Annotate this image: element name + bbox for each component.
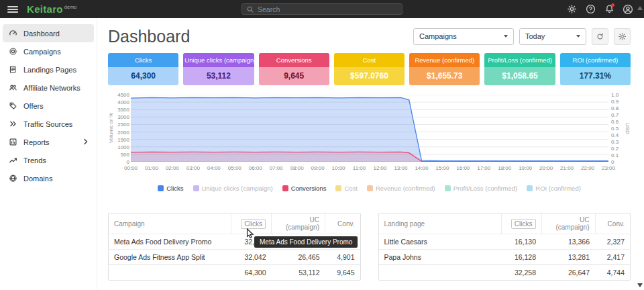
- menu-icon[interactable]: [7, 5, 18, 14]
- x-tick-label: 06:00: [249, 165, 262, 171]
- sidebar-item-campaigns[interactable]: Campaigns: [3, 42, 94, 60]
- x-tick-label: 19:00: [519, 165, 532, 171]
- scrollbar-down-arrow[interactable]: [637, 283, 643, 287]
- table-row[interactable]: Google Ads Fitness App Split32,04226,465…: [109, 250, 360, 265]
- y-tick-label: 500: [121, 151, 129, 157]
- sidebar-item-label: Dashboard: [23, 30, 60, 38]
- y-tick-label: 0.2: [611, 146, 619, 152]
- metric-card-revenue[interactable]: Revenue (confirmed)$1,655.73: [409, 53, 480, 85]
- sort-indicator[interactable]: Clicks: [511, 219, 536, 229]
- date-range-select[interactable]: Today: [519, 28, 586, 45]
- sidebar-item-label: Offers: [23, 102, 44, 110]
- metric-value: $1,655.73: [409, 67, 480, 85]
- column-header-landing-page[interactable]: Landing page: [379, 213, 502, 234]
- legend-label: Unique clicks (campaign): [202, 185, 273, 192]
- chevron-down-icon: [576, 35, 580, 38]
- metric-card-unique-clicks[interactable]: Unique clicks (campaign)53,112: [183, 53, 254, 85]
- cell-value: 16,130: [501, 234, 541, 250]
- legend-item-profit-loss-confirmed[interactable]: Profit/Loss (confirmed): [445, 185, 518, 192]
- summary-tables: CampaignClicksUC (campaign)Conv.Meta Ads…: [98, 199, 644, 281]
- cell-value: 13,366: [541, 234, 595, 250]
- globe-icon: [9, 174, 17, 183]
- column-header-clicks[interactable]: Clicks: [501, 213, 541, 234]
- totals-row: 32,25826,6474,744: [379, 265, 631, 281]
- sidebar-item-affiliate-networks[interactable]: Affiliate Networks: [3, 79, 94, 97]
- column-header-conv[interactable]: Conv.: [325, 213, 360, 234]
- column-header-campaign[interactable]: Campaign: [109, 213, 231, 234]
- metric-value: 177.31%: [560, 67, 631, 85]
- legend-label: Profit/Loss (confirmed): [453, 185, 518, 192]
- search-input[interactable]: [258, 5, 398, 13]
- column-header-uc-campaign[interactable]: UC (campaign): [541, 213, 595, 234]
- column-header-clicks[interactable]: Clicks: [231, 213, 272, 234]
- gear-icon[interactable]: [566, 4, 577, 15]
- sidebar-item-label: Campaigns: [23, 48, 61, 56]
- metric-card-clicks[interactable]: Clicks64,300: [108, 53, 178, 85]
- legend-item-revenue-confirmed[interactable]: Revenue (confirmed): [367, 185, 435, 192]
- column-header-uc-campaign[interactable]: UC (campaign): [272, 213, 325, 234]
- sidebar-item-traffic-sources[interactable]: Traffic Sources: [3, 115, 94, 133]
- page-title: Dashboard: [108, 27, 190, 46]
- totals-cell: 4,744: [595, 265, 630, 281]
- metric-label: Cost: [334, 53, 405, 67]
- avatar-icon[interactable]: [623, 4, 633, 15]
- table-row[interactable]: Little Caesars16,13013,3662,327: [379, 234, 631, 250]
- x-tick-label: 13:00: [394, 165, 407, 171]
- sidebar-item-landings-pages[interactable]: Landings Pages: [3, 60, 94, 79]
- tag-icon: [9, 101, 17, 110]
- sidebar-item-label: Traffic Sources: [23, 120, 72, 128]
- scrollbar-up-arrow[interactable]: [637, 6, 643, 10]
- table-row[interactable]: Papa Johns16,12813,2812,417: [379, 250, 631, 265]
- y-axis-left: 050010001500200025003000350040004500: [113, 95, 129, 162]
- metric-value: $1,058.65: [484, 67, 555, 85]
- metric-card-roi[interactable]: ROI (confirmed)177.31%: [560, 53, 631, 85]
- x-tick-label: 20:00: [539, 165, 553, 171]
- row-tooltip: Meta Ads Food Delivery Promo: [254, 236, 358, 248]
- x-tick-label: 04:00: [207, 165, 221, 171]
- notification-dot: [611, 3, 614, 7]
- totals-cell: [379, 265, 502, 281]
- sort-indicator[interactable]: Clicks: [241, 219, 266, 229]
- y-tick-label: 0.9: [611, 99, 619, 105]
- legend-swatch: [158, 185, 164, 191]
- legend-item-clicks[interactable]: Clicks: [158, 185, 183, 192]
- dashboard-settings-button[interactable]: [614, 28, 631, 45]
- help-icon[interactable]: [585, 4, 596, 15]
- x-tick-label: 07:00: [270, 165, 283, 171]
- x-tick-label: 15:00: [435, 165, 449, 171]
- sidebar-item-reports[interactable]: Reports: [3, 133, 94, 151]
- legend-item-conversions[interactable]: Conversions: [282, 185, 327, 192]
- refresh-icon: [596, 32, 604, 41]
- search-icon: [246, 5, 254, 13]
- legend-swatch: [282, 185, 288, 191]
- cell-value: 13,281: [541, 250, 595, 265]
- x-tick-label: 08:00: [290, 165, 304, 171]
- landings-table: Landing pageClicksUC (campaign)Conv.Litt…: [378, 213, 631, 281]
- metric-card-cost[interactable]: Cost$597.0760: [334, 53, 405, 85]
- bell-icon[interactable]: [604, 4, 614, 15]
- cell-name: Google Ads Fitness App Split: [109, 250, 231, 265]
- column-header-conv[interactable]: Conv.: [595, 213, 630, 234]
- sidebar-item-label: Landings Pages: [23, 66, 76, 74]
- metric-card-profit-loss[interactable]: Profit/Loss (confirmed)$1,058.65: [484, 53, 555, 85]
- y-tick-label: 1500: [117, 136, 129, 142]
- sidebar-item-trends[interactable]: Trends: [3, 151, 94, 169]
- metric-label: ROI (confirmed): [560, 53, 631, 67]
- cell-name: Meta Ads Food Delivery Promo: [109, 234, 231, 250]
- legend-item-roi-confirmed[interactable]: ROI (confirmed): [527, 185, 581, 192]
- legend-label: Clicks: [166, 185, 183, 192]
- sidebar-item-domains[interactable]: Domains: [3, 169, 94, 187]
- demo-badge: demo: [64, 5, 77, 9]
- sidebar-item-dashboard[interactable]: Dashboard: [3, 24, 94, 42]
- legend-item-cost[interactable]: Cost: [335, 185, 358, 192]
- campaigns-filter-select[interactable]: Campaigns: [413, 28, 514, 45]
- cell-value: 26,465: [272, 250, 325, 265]
- metric-label: Conversions: [259, 53, 329, 67]
- table-header-row: Landing pageClicksUC (campaign)Conv.: [379, 213, 631, 234]
- legend-item-unique-clicks-campaign[interactable]: Unique clicks (campaign): [193, 185, 273, 192]
- refresh-button[interactable]: [592, 28, 608, 45]
- metric-card-conversions[interactable]: Conversions9,645: [259, 53, 329, 85]
- search-bar: [241, 3, 402, 15]
- legend-label: Revenue (confirmed): [376, 185, 435, 192]
- sidebar-item-offers[interactable]: Offers: [3, 97, 94, 115]
